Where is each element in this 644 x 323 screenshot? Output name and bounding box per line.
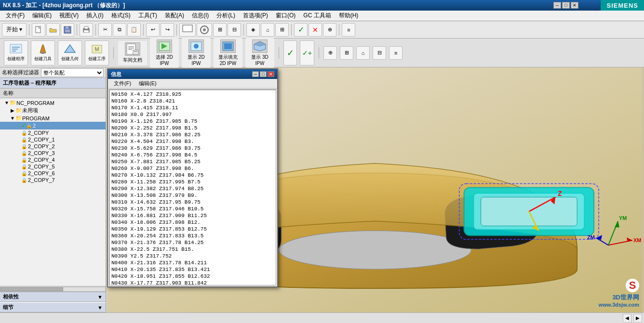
tb-select-btn[interactable] [179, 23, 196, 37]
menu-tools[interactable]: 工具(T) [134, 11, 161, 21]
tree-node-2-copy-6[interactable]: 🔒 2_COPY_6 [0, 170, 106, 177]
menu-window[interactable]: 窗口(O) [272, 11, 299, 21]
show-3d-ipw-btn[interactable]: 显示 3DIPW [245, 38, 274, 67]
ipw-sep2 [279, 47, 279, 59]
maximize-button[interactable]: □ [562, 2, 570, 9]
paste-button[interactable]: 📋 [127, 23, 141, 37]
more-btn4[interactable]: ⊟ [373, 46, 386, 60]
menu-insert[interactable]: 插入(I) [82, 11, 107, 21]
tb-btn-d[interactable]: ◈ [246, 23, 260, 37]
dialog-content[interactable]: N0150 X-4.127 Z318.925N0160 X-2.8 Z318.4… [109, 90, 276, 285]
tb-checkmark[interactable]: ✓ [294, 23, 308, 37]
create-method-btn[interactable]: M 创建工序 [85, 40, 109, 65]
menu-info[interactable]: 信息(I) [188, 11, 213, 21]
status-btn2[interactable]: ▶ [633, 314, 642, 323]
lock-icon-2-copy-5: 🔒 [21, 164, 27, 169]
menu-file[interactable]: 文件(F) [2, 11, 28, 21]
new-button[interactable] [32, 23, 45, 37]
start-button[interactable]: 开始 ▾ [2, 23, 27, 37]
tree-node-2-copy-1[interactable]: 🔒 2_COPY_1 [0, 136, 106, 143]
dialog-menu-edit[interactable]: 编辑(E) [135, 79, 161, 88]
hscroll-thumb[interactable] [0, 287, 63, 291]
select-2d-ipw-btn[interactable]: 选择 2DIPW [150, 38, 179, 67]
tree-node-2-copy-4[interactable]: 🔒 2_COPY_4 [0, 156, 106, 163]
save-button[interactable] [61, 23, 74, 37]
more-btn1[interactable]: ⊕ [323, 46, 337, 60]
detail-panel-header[interactable]: 细节 ▼ [0, 303, 106, 312]
dialog-menu-file[interactable]: 文件(F) [110, 79, 135, 88]
menu-gc-toolbox[interactable]: GC 工具箱 [299, 11, 335, 21]
svg-rect-4 [65, 30, 70, 32]
verify-btn[interactable]: ✓ [283, 40, 297, 65]
dialog-minimize-btn[interactable]: ─ [252, 71, 259, 77]
tb-btn-a[interactable] [197, 23, 212, 37]
undo-button[interactable]: ↩ [146, 23, 160, 37]
tree-toggle-unused[interactable]: ▶ [10, 108, 15, 113]
tb-btn-f[interactable]: ⊞ [275, 23, 289, 37]
more-btn3[interactable]: ⌂ [356, 46, 370, 60]
tree-hscrollbar[interactable] [0, 286, 106, 292]
dependency-toggle[interactable]: ▼ [97, 294, 103, 300]
menu-analysis[interactable]: 分析(L) [213, 11, 239, 21]
tb-x-btn[interactable]: ✕ [309, 23, 322, 37]
tree-toggle-program[interactable]: ▼ [10, 116, 15, 121]
tb-more2[interactable]: ≡ [342, 23, 355, 37]
close-button[interactable]: ✕ [571, 2, 578, 9]
dialog-maximize-btn[interactable]: □ [260, 71, 267, 77]
svg-rect-3 [66, 26, 68, 29]
tb-btn-e[interactable]: ⌂ [261, 23, 274, 37]
lock-icon-2-copy: 🔒 [21, 130, 27, 136]
detail-toggle[interactable]: ▼ [97, 305, 103, 310]
create-program-btn[interactable]: 创建程序 [4, 40, 28, 65]
redo-button[interactable]: ↪ [161, 23, 174, 37]
tree-node-2-copy[interactable]: 🔒 2_COPY [0, 129, 106, 136]
hscroll-track[interactable] [0, 287, 106, 292]
verify-btn2[interactable]: ✓+ [300, 40, 314, 65]
create-tool-btn[interactable]: 创建刀具 [31, 40, 55, 65]
dialog-close-btn[interactable]: ✕ [268, 71, 274, 77]
minimize-button[interactable]: ─ [553, 2, 561, 9]
lock-icon-2-copy-2: 🔒 [21, 144, 27, 149]
menu-preferences[interactable]: 首选项(P) [239, 11, 272, 21]
tree-node-2-copy-3[interactable]: 🔒 2_COPY_3 [0, 150, 106, 156]
dialog-controls: ─ □ ✕ [252, 71, 274, 77]
open-button[interactable] [46, 23, 60, 37]
print-button[interactable] [80, 23, 93, 37]
tree-node-2-copy-5[interactable]: 🔒 2_COPY_5 [0, 163, 106, 170]
menu-assembly[interactable]: 装配(A) [161, 11, 188, 21]
tree-node-2-copy-7[interactable]: 🔒 2_COPY_7 [0, 177, 106, 183]
gcode-line: N0270 X-10.132 Z317.984 B6.75 [111, 172, 274, 179]
tree-node-nc-program[interactable]: ▼ 📁 NC_PROGRAM [0, 99, 106, 106]
tb-more1[interactable]: ⊕ [323, 23, 336, 37]
watermark-3d: 3D世界网 [599, 293, 639, 302]
menu-format[interactable]: 格式(S) [107, 11, 134, 21]
more-btn2[interactable]: ⊞ [340, 46, 353, 60]
tb-btn-c[interactable]: ⊟ [228, 23, 241, 37]
select-2d-ipw-icon [157, 39, 172, 53]
copy-button[interactable]: ⧉ [113, 23, 126, 37]
more-btn5[interactable]: ≡ [389, 46, 402, 60]
tree-node-program[interactable]: ▼ 📁 PROGRAM [0, 115, 106, 122]
show-fill-2d-ipw-btn[interactable]: 显示填充2D IPW [214, 38, 242, 67]
tree-toggle-nc[interactable]: ▼ [4, 100, 10, 105]
show-2d-ipw-btn[interactable]: 显示 2DIPW [182, 38, 211, 67]
tree-node-unused[interactable]: ▶ 📁 未用项 [0, 106, 106, 115]
svg-point-10 [203, 28, 206, 31]
tree-node-2-copy-2[interactable]: 🔒 2_COPY_2 [0, 143, 106, 150]
menu-view[interactable]: 视图(V) [55, 11, 82, 21]
create-geometry-btn[interactable]: 创建几何 [58, 40, 82, 65]
cut-button[interactable]: ✂ [98, 23, 112, 37]
gcode-line: N0170 X-1.415 Z318.11 [111, 104, 274, 111]
navigator-title: 工序导航器 – 程序顺序 [3, 80, 56, 86]
gcode-line: N0190 X-1.126 Z317.985 B.75 [111, 118, 274, 125]
menu-edit[interactable]: 编辑(E) [28, 11, 55, 21]
tb-btn-b[interactable]: ⊞ [213, 23, 227, 37]
left-panel: 名称选择过滤器 整个装配 工序导航器 – 程序顺序 名称 ▼ 📁 NC_PROG… [0, 67, 106, 312]
menu-help[interactable]: 帮助(H) [335, 11, 362, 21]
dependency-panel-header[interactable]: 相依性 ▼ [0, 292, 106, 302]
tree-node-2[interactable]: ✓ 🔒 2 [0, 122, 106, 129]
status-btn1[interactable]: ◀ [623, 314, 631, 323]
filter-dropdown[interactable]: 整个装配 [41, 68, 104, 77]
program-label: PROGRAM [22, 116, 50, 121]
workshop-doc-btn[interactable]: 车间文档 [118, 41, 147, 65]
